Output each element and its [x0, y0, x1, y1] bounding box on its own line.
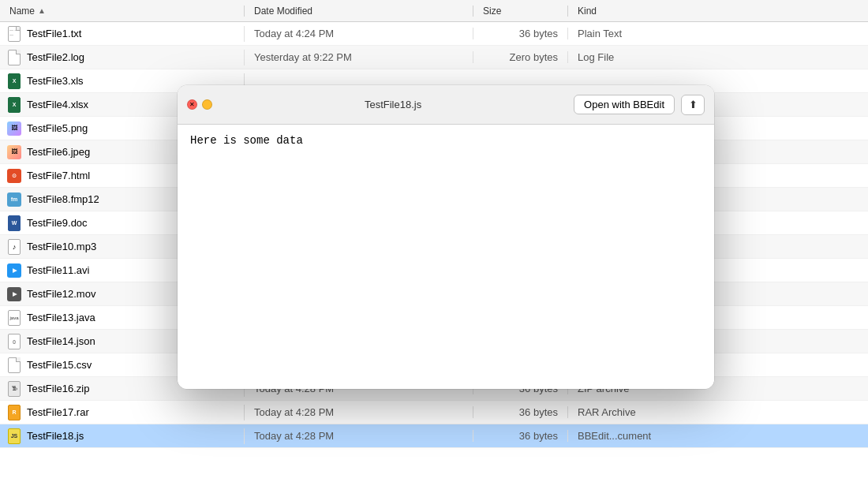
file-date-cell: Today at 4:24 PM: [245, 28, 473, 39]
file-kind-cell: BBEdit...cument: [568, 430, 868, 442]
file-type-icon: ▶: [6, 286, 22, 302]
file-name: TestFile7.html: [27, 170, 90, 181]
file-type-icon: fm: [6, 192, 22, 207]
file-type-icon: [6, 50, 22, 65]
table-row[interactable]: R TestFile17.rar Today at 4:28 PM 36 byt…: [0, 401, 868, 424]
file-name: TestFile8.fmp12: [27, 193, 99, 205]
file-name-cell: TestFile2.log: [0, 50, 245, 65]
file-name: TestFile10.mp3: [27, 241, 96, 252]
file-kind-cell: Log File: [568, 51, 868, 63]
file-name: TestFile12.mov: [27, 288, 95, 300]
file-type-icon: java: [6, 310, 22, 326]
file-size-cell: 36 bytes: [473, 406, 568, 418]
finder-window: Name ▲ Date Modified Size Kind — — — Tes…: [0, 0, 868, 497]
col-header-date[interactable]: Date Modified: [245, 6, 473, 17]
col-header-kind[interactable]: Kind: [568, 6, 868, 17]
file-name: TestFile17.rar: [27, 406, 89, 418]
file-size-cell: Zero bytes: [473, 51, 568, 63]
file-kind-cell: RAR Archive: [568, 406, 868, 418]
preview-titlebar: ✕ TestFile18.js Open with BBEdit ⬆: [178, 85, 714, 125]
file-name: TestFile6.jpeg: [27, 146, 90, 158]
file-type-icon: ⊙: [6, 168, 22, 184]
table-row[interactable]: JS TestFile18.js Today at 4:28 PM 36 byt…: [0, 424, 868, 448]
file-name: TestFile2.log: [27, 51, 84, 63]
sort-arrow-icon: ▲: [38, 6, 46, 15]
file-date-cell: Today at 4:28 PM: [245, 406, 473, 418]
close-button[interactable]: ✕: [187, 99, 197, 110]
file-name: TestFile15.csv: [27, 359, 92, 371]
col-header-name[interactable]: Name ▲: [0, 6, 245, 17]
preview-text: Here is some data: [190, 134, 702, 147]
share-button[interactable]: ⬆: [681, 95, 705, 115]
file-type-icon: JS: [6, 428, 22, 444]
traffic-lights: ✕: [187, 99, 212, 110]
file-name: TestFile1.txt: [27, 28, 81, 39]
file-type-icon: R: [6, 405, 22, 420]
table-row[interactable]: — — — TestFile1.txt Today at 4:24 PM 36 …: [0, 22, 868, 46]
table-row[interactable]: TestFile2.log Yesterday at 9:22 PM Zero …: [0, 46, 868, 69]
col-name-label: Name: [9, 6, 35, 17]
file-type-icon: {}: [6, 334, 22, 349]
file-type-icon: 🖼: [6, 144, 22, 160]
file-type-icon: X: [6, 73, 22, 89]
file-name: TestFile13.java: [27, 312, 95, 323]
file-name: TestFile14.json: [27, 335, 95, 347]
file-date-cell: Today at 4:28 PM: [245, 430, 473, 442]
col-date-label: Date Modified: [254, 6, 312, 17]
file-type-icon: W: [6, 215, 22, 231]
col-size-label: Size: [483, 6, 501, 17]
file-name-cell: JS TestFile18.js: [0, 428, 245, 444]
file-name: TestFile18.js: [27, 430, 84, 442]
file-type-icon: ▶: [6, 263, 22, 278]
file-size-cell: 36 bytes: [473, 430, 568, 442]
col-kind-label: Kind: [578, 6, 597, 17]
file-name: TestFile4.xlsx: [27, 99, 88, 110]
file-type-icon: — — —: [6, 26, 22, 42]
col-header-size[interactable]: Size: [473, 6, 568, 17]
file-date-cell: Yesterday at 9:22 PM: [245, 51, 473, 63]
share-icon: ⬆: [689, 99, 698, 110]
open-with-bbedit-button[interactable]: Open with BBEdit: [574, 95, 675, 114]
preview-title: TestFile18.js: [219, 99, 567, 110]
file-name: TestFile3.xls: [27, 75, 84, 87]
file-type-icon: 🗜: [6, 381, 22, 397]
file-type-icon: ♪: [6, 239, 22, 255]
preview-popup: ✕ TestFile18.js Open with BBEdit ⬆ Here …: [178, 85, 714, 389]
file-name: TestFile5.png: [27, 122, 88, 134]
file-size-cell: 36 bytes: [473, 28, 568, 39]
file-type-icon: [6, 357, 22, 373]
preview-content: Here is some data: [178, 125, 714, 389]
file-type-icon: X: [6, 97, 22, 113]
minimize-button[interactable]: [202, 99, 212, 110]
file-name-cell: — — — TestFile1.txt: [0, 26, 245, 42]
file-kind-cell: Plain Text: [568, 28, 868, 39]
file-type-icon: 🖼: [6, 121, 22, 136]
file-name: TestFile11.avi: [27, 264, 89, 276]
file-name: TestFile9.doc: [27, 217, 88, 229]
file-name: TestFile16.zip: [27, 383, 89, 394]
column-headers: Name ▲ Date Modified Size Kind: [0, 0, 868, 22]
file-name-cell: R TestFile17.rar: [0, 405, 245, 420]
